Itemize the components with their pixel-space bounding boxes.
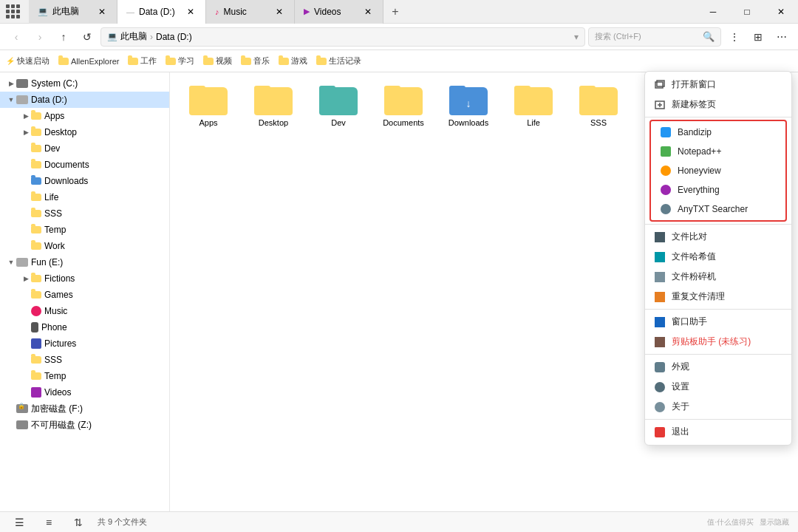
ctx-settings[interactable]: 设置 bbox=[645, 377, 791, 397]
sidebar-item-apps[interactable]: ▶ Apps bbox=[0, 108, 169, 124]
sidebar-label-work: Work bbox=[44, 241, 65, 251]
bm-study[interactable]: 学习 bbox=[166, 55, 194, 66]
sidebar-label-na-z: 不可用磁盘 (Z:) bbox=[31, 419, 92, 432]
ctx-bandizip[interactable]: Bandizip bbox=[651, 123, 785, 142]
windows-icon[interactable] bbox=[6, 4, 20, 18]
ctx-window-helper[interactable]: 窗口助手 bbox=[645, 312, 791, 332]
ctx-about-label: 关于 bbox=[672, 400, 689, 413]
ctx-exit[interactable]: 退出 bbox=[645, 422, 791, 442]
up-button[interactable]: ↑ bbox=[53, 27, 74, 47]
sidebar-item-work[interactable]: Work bbox=[0, 238, 169, 254]
ctx-everything[interactable]: Everything bbox=[651, 180, 785, 200]
sidebar-item-games[interactable]: Games bbox=[0, 287, 169, 303]
sidebar-item-data-d[interactable]: ▼ Data (D:) bbox=[0, 92, 169, 108]
view-options-button[interactable]: ⋮ bbox=[724, 27, 745, 47]
tab-add-button[interactable]: + bbox=[383, 0, 407, 24]
tab-videos-close[interactable]: ✕ bbox=[362, 6, 374, 18]
sidebar-item-phone[interactable]: Phone bbox=[0, 319, 169, 335]
folder-dev[interactable]: Dev bbox=[309, 81, 368, 132]
ctx-notepadpp[interactable]: Notepad++ bbox=[651, 142, 785, 161]
statusbar-menu-button[interactable]: ☰ bbox=[9, 512, 30, 533]
tab-data[interactable]: — Data (D:) ✕ bbox=[117, 0, 206, 24]
forward-button[interactable]: › bbox=[30, 27, 50, 47]
bm-music[interactable]: 音乐 bbox=[241, 55, 270, 66]
folder-life[interactable]: Life bbox=[504, 81, 563, 132]
addr-dropdown[interactable]: ▾ bbox=[574, 32, 579, 42]
address-bar[interactable]: 💻 此电脑 › Data (D:) ▾ bbox=[100, 27, 585, 47]
titlebar-left bbox=[0, 4, 29, 18]
sidebar-item-desktop[interactable]: ▶ Desktop bbox=[0, 124, 169, 140]
sidebar-item-dev[interactable]: Dev bbox=[0, 140, 169, 157]
bm-video[interactable]: 视频 bbox=[203, 55, 232, 66]
pictures-icon bbox=[31, 338, 41, 349]
tab-music-close[interactable]: ✕ bbox=[273, 6, 285, 18]
bm-games[interactable]: 游戏 bbox=[279, 55, 307, 66]
sidebar-item-temp[interactable]: Temp bbox=[0, 222, 169, 238]
tab-computer[interactable]: 💻 此电脑 ✕ bbox=[29, 0, 117, 24]
tab-data-close[interactable]: ✕ bbox=[185, 6, 197, 18]
ctx-open-new-window[interactable]: 打开新窗口 bbox=[645, 75, 791, 95]
back-button[interactable]: ‹ bbox=[6, 27, 27, 47]
addr-computer: 此电脑 bbox=[120, 30, 147, 43]
sidebar-item-downloads[interactable]: Downloads bbox=[0, 173, 169, 189]
sidebar-item-music[interactable]: Music bbox=[0, 303, 169, 319]
statusbar-sort-button[interactable]: ⇅ bbox=[68, 512, 89, 533]
search-box[interactable]: 搜索 (Ctrl+F) 🔍 bbox=[588, 27, 721, 47]
ctx-about[interactable]: 关于 bbox=[645, 397, 791, 417]
folder-documents[interactable]: Documents bbox=[374, 81, 433, 132]
bm-video-label: 视频 bbox=[216, 55, 232, 66]
bm-allen[interactable]: AllenExplorer bbox=[58, 57, 119, 66]
refresh-button[interactable]: ↺ bbox=[77, 27, 98, 47]
sidebar-label-phone: Phone bbox=[41, 322, 67, 332]
folder-sss[interactable]: SSS bbox=[569, 81, 628, 132]
ctx-new-tab[interactable]: 新建标签页 bbox=[645, 95, 791, 115]
folder-icon-sss-e bbox=[31, 356, 41, 364]
tabs-area: 💻 此电脑 ✕ — Data (D:) ✕ ♪ Music ✕ ▶ Videos… bbox=[29, 0, 696, 24]
shred-icon bbox=[654, 271, 666, 283]
window-controls: ─ □ ✕ bbox=[696, 0, 798, 24]
folder-desktop[interactable]: Desktop bbox=[244, 81, 303, 132]
close-button[interactable]: ✕ bbox=[764, 0, 798, 24]
bm-work[interactable]: 工作 bbox=[128, 55, 157, 66]
maximize-button[interactable]: □ bbox=[730, 0, 764, 24]
statusbar-list-view-button[interactable]: ≡ bbox=[38, 512, 59, 533]
sidebar-item-na-z[interactable]: 不可用磁盘 (Z:) bbox=[0, 417, 169, 433]
ctx-clipboard[interactable]: 剪贴板助手 (未练习) bbox=[645, 332, 791, 352]
ctx-file-hex[interactable]: 文件哈希值 bbox=[645, 247, 791, 267]
bm-quicklaunch[interactable]: ⚡ 快速启动 bbox=[6, 55, 50, 66]
tab-music[interactable]: ♪ Music ✕ bbox=[206, 0, 295, 24]
folder-icon-life bbox=[31, 194, 41, 201]
sidebar-label-downloads: Downloads bbox=[44, 176, 88, 186]
sidebar-item-life[interactable]: Life bbox=[0, 189, 169, 205]
folder-label-documents: Documents bbox=[383, 118, 424, 127]
ctx-honeyview[interactable]: Honeyview bbox=[651, 161, 785, 180]
sidebar-item-sss[interactable]: SSS bbox=[0, 205, 169, 222]
ctx-file-dedup-label: 重复文件清理 bbox=[672, 290, 725, 303]
sidebar-item-sss-e[interactable]: SSS bbox=[0, 352, 169, 368]
minimize-button[interactable]: ─ bbox=[696, 0, 730, 24]
sidebar-item-system-c[interactable]: ▶ System (C:) bbox=[0, 75, 169, 92]
bm-life[interactable]: 生活记录 bbox=[316, 55, 361, 66]
ctx-appearance[interactable]: 外观 bbox=[645, 357, 791, 377]
statusbar: ☰ ≡ ⇅ 共 9 个文件夹 值·什么值得买 显示隐藏 bbox=[0, 511, 798, 532]
ctx-file-shred[interactable]: 文件粉碎机 bbox=[645, 267, 791, 287]
more-options-button[interactable]: ⋯ bbox=[771, 27, 792, 47]
sidebar-item-pictures[interactable]: Pictures bbox=[0, 335, 169, 352]
sidebar-item-fictions[interactable]: ▶ Fictions bbox=[0, 270, 169, 287]
context-menu: 打开新窗口 新建标签页 Bandizip Notepad++ Honeyview… bbox=[644, 71, 792, 446]
sidebar-item-fun-e[interactable]: ▼ Fun (E:) bbox=[0, 254, 169, 270]
sidebar-item-documents[interactable]: Documents bbox=[0, 157, 169, 173]
sidebar-item-temp-e[interactable]: Temp bbox=[0, 368, 169, 384]
folder-downloads[interactable]: ↓ Downloads bbox=[439, 81, 498, 132]
tab-computer-close[interactable]: ✕ bbox=[96, 6, 108, 18]
ctx-appearance-label: 外观 bbox=[672, 361, 689, 373]
tab-videos[interactable]: ▶ Videos ✕ bbox=[295, 0, 383, 24]
ctx-anytxt[interactable]: AnyTXT Searcher bbox=[651, 200, 785, 219]
tab-videos-label: Videos bbox=[314, 7, 341, 17]
sidebar-item-encrypt-f[interactable]: 🔒 加密磁盘 (F:) bbox=[0, 400, 169, 417]
folder-apps[interactable]: Apps bbox=[179, 81, 238, 132]
grid-view-button[interactable]: ⊞ bbox=[748, 27, 768, 47]
ctx-file-dedup[interactable]: 重复文件清理 bbox=[645, 287, 791, 307]
ctx-file-compare[interactable]: 文件比对 bbox=[645, 227, 791, 247]
sidebar-item-videos-e[interactable]: Videos bbox=[0, 384, 169, 400]
